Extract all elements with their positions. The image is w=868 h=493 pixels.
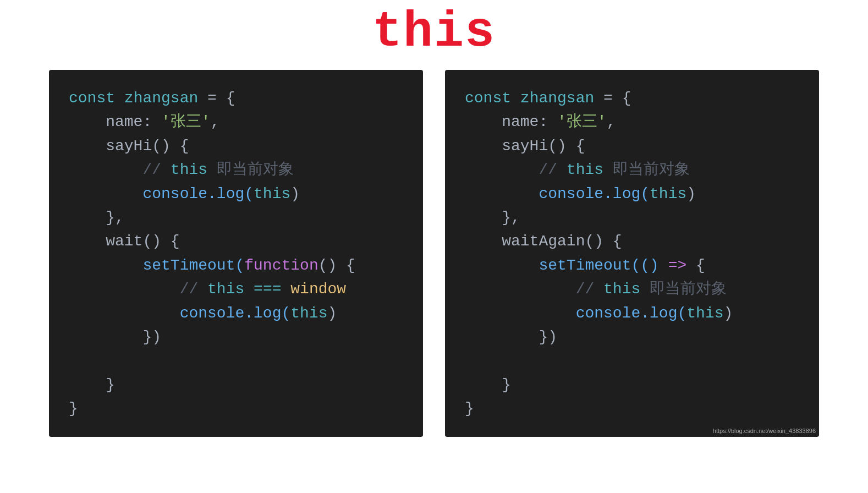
code-line: // this === window bbox=[69, 277, 403, 301]
code-line: sayHi() { bbox=[465, 134, 799, 158]
code-line: const zhangsan = { bbox=[69, 86, 403, 110]
code-line: setTimeout(() => { bbox=[465, 254, 799, 277]
code-line: sayHi() { bbox=[69, 134, 403, 158]
code-line: } bbox=[69, 397, 403, 420]
code-panels: const zhangsan = { name: '张三', sayHi() {… bbox=[0, 70, 868, 437]
code-line: waitAgain() { bbox=[465, 229, 799, 253]
code-line bbox=[465, 349, 799, 373]
code-line: }) bbox=[465, 325, 799, 349]
left-code-panel: const zhangsan = { name: '张三', sayHi() {… bbox=[49, 70, 423, 437]
code-line: wait() { bbox=[69, 229, 403, 253]
code-line: console.log(this) bbox=[69, 302, 403, 325]
code-line: }) bbox=[69, 325, 403, 349]
code-line: }, bbox=[465, 206, 799, 229]
code-line: } bbox=[465, 397, 799, 420]
code-line: name: '张三', bbox=[69, 110, 403, 134]
page-title: this bbox=[372, 6, 496, 60]
code-line: name: '张三', bbox=[465, 110, 799, 134]
code-line: setTimeout(function() { bbox=[69, 254, 403, 277]
code-line: const zhangsan = { bbox=[465, 86, 799, 110]
code-line bbox=[69, 349, 403, 373]
code-line: // this 即当前对象 bbox=[69, 158, 403, 182]
code-line: console.log(this) bbox=[465, 302, 799, 325]
code-line: // this 即当前对象 bbox=[465, 158, 799, 182]
right-code-panel: https://blog.csdn.net/weixin_43833896 co… bbox=[445, 70, 819, 437]
code-line: }, bbox=[69, 206, 403, 229]
code-line: console.log(this) bbox=[69, 182, 403, 206]
code-line: } bbox=[69, 373, 403, 397]
watermark: https://blog.csdn.net/weixin_43833896 bbox=[713, 426, 816, 436]
code-line: // this 即当前对象 bbox=[465, 277, 799, 301]
code-line: } bbox=[465, 373, 799, 397]
code-line: console.log(this) bbox=[465, 182, 799, 206]
